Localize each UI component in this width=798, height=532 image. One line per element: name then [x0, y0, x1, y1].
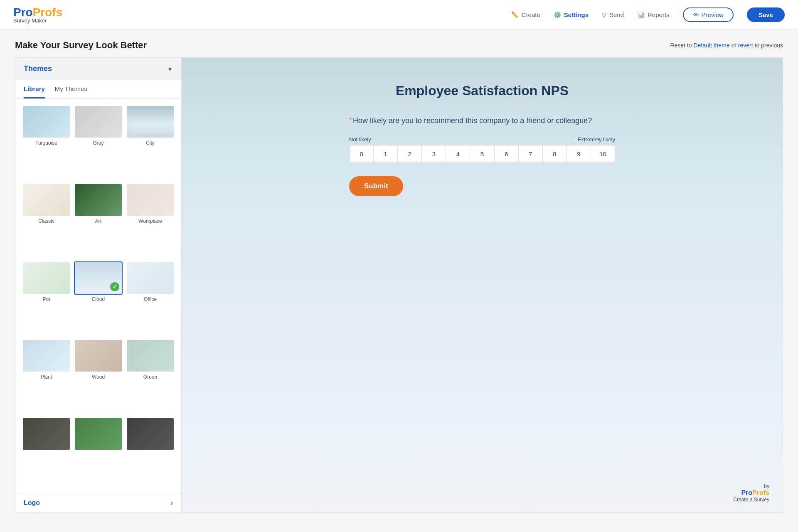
tab-my-themes[interactable]: My Themes	[55, 80, 87, 99]
nps-cell-2[interactable]: 2	[398, 145, 422, 163]
nav-send[interactable]: ▽ Send	[602, 11, 624, 19]
revert-link[interactable]: revert	[738, 42, 753, 49]
create-survey-link[interactable]: Create a Survey	[733, 497, 769, 502]
theme-item-dark1[interactable]	[22, 417, 71, 486]
nav-settings[interactable]: ⚙️ Settings	[554, 11, 589, 19]
eye-icon: 👁	[693, 11, 699, 18]
theme-item-office[interactable]: Office	[126, 261, 175, 336]
logo-section[interactable]: Logo ›	[15, 493, 181, 512]
default-theme-link[interactable]: Default theme	[693, 42, 729, 49]
theme-item-gray[interactable]: Gray	[74, 105, 123, 180]
send-icon: ▽	[602, 11, 607, 19]
theme-label-cloud: Cloud	[92, 296, 105, 302]
required-marker: *	[349, 116, 352, 125]
submit-button[interactable]: Submit	[349, 176, 403, 196]
theme-item-dark2[interactable]	[74, 417, 123, 486]
preview-button[interactable]: 👁 Preview	[683, 7, 734, 22]
logo: ProProfs Survey Maker	[13, 6, 62, 24]
theme-label-workplace: Workplace	[138, 218, 162, 224]
theme-item-classic[interactable]: Classic	[22, 183, 71, 258]
theme-item-pot[interactable]: Pot	[22, 261, 71, 336]
sidebar-header: Themes ▼	[15, 58, 181, 80]
page-titlebar: Make Your Survey Look Better Reset to De…	[0, 30, 798, 57]
survey-question: *How likely are you to recommend this co…	[349, 115, 615, 126]
nav-reports[interactable]: 📊 Reports	[637, 11, 670, 19]
theme-label-gray: Gray	[93, 140, 103, 146]
save-button[interactable]: Save	[747, 7, 785, 22]
nps-cell-9[interactable]: 9	[567, 145, 591, 163]
sidebar-tabs: Library My Themes	[15, 80, 181, 99]
themes-grid: TurquoiseGrayCityClassicArtWorkplacePot✓…	[15, 99, 181, 493]
nav-create[interactable]: ✏️ Create	[511, 11, 540, 19]
theme-label-classic: Classic	[38, 218, 54, 224]
theme-selected-check: ✓	[110, 282, 119, 291]
nps-cell-3[interactable]: 3	[422, 145, 446, 163]
nav-send-label: Send	[609, 11, 624, 18]
reports-icon: 📊	[637, 11, 645, 19]
nps-cell-0[interactable]: 0	[350, 145, 374, 163]
nps-cell-5[interactable]: 5	[470, 145, 494, 163]
footer-logo: ProProfs	[741, 489, 769, 497]
nps-cell-1[interactable]: 1	[374, 145, 398, 163]
survey-container: Employee Satisfaction NPS *How likely ar…	[349, 83, 615, 196]
theme-label-turquoise: Turquoise	[35, 140, 57, 146]
logo-section-label: Logo	[24, 499, 40, 507]
header: ProProfs Survey Maker ✏️ Create ⚙️ Setti…	[0, 0, 798, 30]
theme-item-plant[interactable]: Plant	[22, 339, 71, 414]
footer-by-label: by	[764, 483, 769, 489]
logo-section-arrow: ›	[171, 499, 173, 507]
create-icon: ✏️	[511, 11, 519, 19]
dropdown-icon[interactable]: ▼	[167, 66, 173, 72]
theme-item-wood[interactable]: Wood	[74, 339, 123, 414]
nav-bar: ✏️ Create ⚙️ Settings ▽ Send 📊 Reports 👁…	[511, 7, 785, 22]
themes-title: Themes	[24, 64, 52, 73]
theme-item-dark3[interactable]	[126, 417, 175, 486]
theme-item-green[interactable]: Green	[126, 339, 175, 414]
theme-label-wood: Wood	[92, 374, 105, 380]
logo-profs: Profs	[33, 6, 63, 19]
gear-icon: ⚙️	[554, 11, 562, 19]
theme-label-pot: Pot	[42, 296, 50, 302]
theme-item-art[interactable]: Art	[74, 183, 123, 258]
nps-max-label: Extremely likely	[578, 136, 615, 143]
theme-item-turquoise[interactable]: Turquoise	[22, 105, 71, 180]
reset-text: Reset to	[670, 42, 692, 49]
nps-scale: 012345678910	[349, 145, 615, 163]
theme-label-city: City	[146, 140, 155, 146]
nps-cell-6[interactable]: 6	[495, 145, 519, 163]
nps-cell-4[interactable]: 4	[446, 145, 470, 163]
nps-cell-7[interactable]: 7	[519, 145, 543, 163]
logo-subtitle: Survey Maker	[13, 17, 62, 24]
nps-min-label: Not likely	[349, 136, 371, 143]
preview-footer: by ProProfs Create a Survey	[733, 483, 769, 502]
theme-item-workplace[interactable]: Workplace	[126, 183, 175, 258]
theme-item-city[interactable]: City	[126, 105, 175, 180]
nps-cell-8[interactable]: 8	[543, 145, 567, 163]
logo-pro: Pro	[13, 6, 33, 19]
nps-cell-10[interactable]: 10	[591, 145, 615, 163]
survey-preview: Employee Satisfaction NPS *How likely ar…	[181, 57, 783, 513]
survey-title: Employee Satisfaction NPS	[349, 83, 615, 99]
nav-create-label: Create	[522, 11, 540, 18]
theme-label-art: Art	[95, 218, 101, 224]
nav-reports-label: Reports	[648, 11, 670, 18]
main-layout: Themes ▼ Library My Themes TurquoiseGray…	[0, 57, 798, 523]
nav-settings-label: Settings	[564, 11, 589, 18]
revert-suffix: to previous	[755, 42, 783, 49]
theme-label-office: Office	[144, 296, 157, 302]
themes-sidebar: Themes ▼ Library My Themes TurquoiseGray…	[15, 57, 181, 513]
theme-label-green: Green	[143, 374, 157, 380]
theme-label-plant: Plant	[41, 374, 52, 380]
nps-labels: Not likely Extremely likely	[349, 136, 615, 143]
page-title: Make Your Survey Look Better	[15, 40, 147, 51]
theme-item-cloud[interactable]: ✓Cloud	[74, 261, 123, 336]
or-text: or	[731, 42, 738, 49]
tab-library[interactable]: Library	[24, 80, 45, 99]
reset-bar: Reset to Default theme or revert to prev…	[670, 42, 783, 49]
